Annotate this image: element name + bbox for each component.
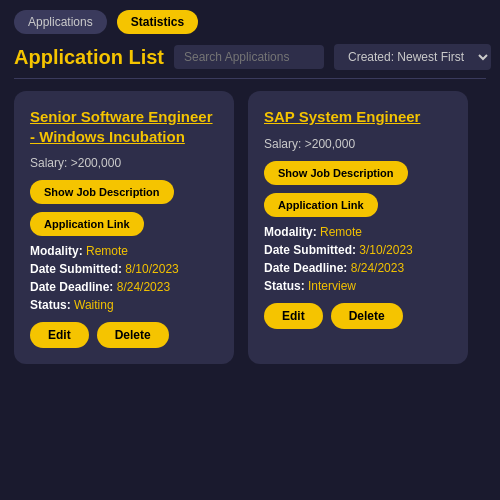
card-actions: Edit Delete <box>264 303 452 329</box>
cards-container: Senior Software Engineer - Windows Incub… <box>0 85 500 370</box>
delete-button[interactable]: Delete <box>331 303 403 329</box>
tab-applications[interactable]: Applications <box>14 10 107 34</box>
application-link-button[interactable]: Application Link <box>264 193 378 217</box>
card-date-deadline: Date Deadline: 8/24/2023 <box>30 280 218 294</box>
card-status: Status: Interview <box>264 279 452 293</box>
search-input[interactable] <box>174 45 324 69</box>
tab-bar: Applications Statistics <box>0 0 500 40</box>
card-salary: Salary: >200,000 <box>264 137 452 151</box>
card-date-submitted: Date Submitted: 3/10/2023 <box>264 243 452 257</box>
card-title: SAP System Engineer <box>264 107 452 127</box>
card-modality: Modality: Remote <box>30 244 218 258</box>
divider <box>14 78 486 79</box>
card-date-submitted: Date Submitted: 8/10/2023 <box>30 262 218 276</box>
card-salary: Salary: >200,000 <box>30 156 218 170</box>
application-link-button[interactable]: Application Link <box>30 212 144 236</box>
edit-button[interactable]: Edit <box>30 322 89 348</box>
application-card-2: SAP System Engineer Salary: >200,000 Sho… <box>248 91 468 364</box>
sort-select[interactable]: Created: Newest First <box>334 44 491 70</box>
card-date-deadline: Date Deadline: 8/24/2023 <box>264 261 452 275</box>
header: Applications Statistics Application List… <box>0 0 500 78</box>
card-title: Senior Software Engineer - Windows Incub… <box>30 107 218 146</box>
show-job-description-button[interactable]: Show Job Description <box>30 180 174 204</box>
delete-button[interactable]: Delete <box>97 322 169 348</box>
card-modality: Modality: Remote <box>264 225 452 239</box>
edit-button[interactable]: Edit <box>264 303 323 329</box>
tab-statistics[interactable]: Statistics <box>117 10 198 34</box>
card-status: Status: Waiting <box>30 298 218 312</box>
card-actions: Edit Delete <box>30 322 218 348</box>
show-job-description-button[interactable]: Show Job Description <box>264 161 408 185</box>
application-card-1: Senior Software Engineer - Windows Incub… <box>14 91 234 364</box>
page-title: Application List <box>14 46 164 69</box>
subheader: Application List Created: Newest First <box>0 40 500 78</box>
